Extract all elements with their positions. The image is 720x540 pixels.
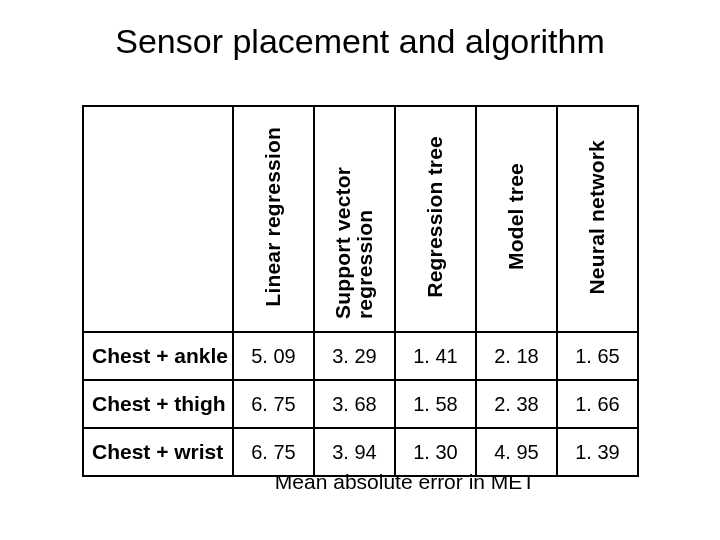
col-header-label: Model tree xyxy=(505,155,527,278)
cell-value: 1. 30 xyxy=(395,428,476,476)
results-table: Linear regression Support vector regress… xyxy=(82,105,639,477)
cell-value: 5. 09 xyxy=(233,332,314,380)
table-row: Chest + thigh 6. 75 3. 68 1. 58 2. 38 1.… xyxy=(83,380,638,428)
results-table-wrap: Linear regression Support vector regress… xyxy=(82,105,638,477)
cell-value: 1. 66 xyxy=(557,380,638,428)
cell-value: 3. 68 xyxy=(314,380,395,428)
cell-value: 4. 95 xyxy=(476,428,557,476)
cell-value: 2. 38 xyxy=(476,380,557,428)
cell-value: 1. 58 xyxy=(395,380,476,428)
col-header-label: Neural network xyxy=(586,132,608,303)
cell-value: 6. 75 xyxy=(233,428,314,476)
cell-value: 3. 94 xyxy=(314,428,395,476)
col-header-linear-regression: Linear regression xyxy=(233,106,314,332)
cell-value: 1. 39 xyxy=(557,428,638,476)
caption: Mean absolute error in MET xyxy=(0,470,720,494)
cell-value: 3. 29 xyxy=(314,332,395,380)
col-header-model-tree: Model tree xyxy=(476,106,557,332)
cell-value: 6. 75 xyxy=(233,380,314,428)
col-header-support-vector-regression: Support vector regression xyxy=(314,106,395,332)
table-header-row: Linear regression Support vector regress… xyxy=(83,106,638,332)
table-row: Chest + wrist 6. 75 3. 94 1. 30 4. 95 1.… xyxy=(83,428,638,476)
table-row: Chest + ankle 5. 09 3. 29 1. 41 2. 18 1.… xyxy=(83,332,638,380)
slide: Sensor placement and algorithm Linear re… xyxy=(0,0,720,540)
col-header-neural-network: Neural network xyxy=(557,106,638,332)
cell-value: 1. 41 xyxy=(395,332,476,380)
row-label: Chest + ankle xyxy=(83,332,233,380)
cell-value: 1. 65 xyxy=(557,332,638,380)
page-title: Sensor placement and algorithm xyxy=(0,22,720,61)
cell-value: 2. 18 xyxy=(476,332,557,380)
col-header-label: Support vector regression xyxy=(332,107,376,327)
col-header-regression-tree: Regression tree xyxy=(395,106,476,332)
header-blank xyxy=(83,106,233,332)
row-label: Chest + thigh xyxy=(83,380,233,428)
row-label: Chest + wrist xyxy=(83,428,233,476)
col-header-label: Regression tree xyxy=(424,128,446,306)
col-header-label: Linear regression xyxy=(262,119,284,315)
